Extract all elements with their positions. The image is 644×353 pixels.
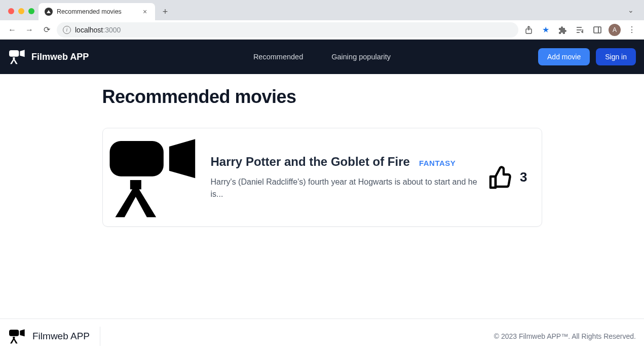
forward-button[interactable]: → (22, 23, 36, 37)
footer-copyright: © 2023 Filmweb APP™. All Rights Reserved… (494, 332, 636, 340)
svg-marker-14 (10, 337, 18, 343)
movie-card: Harry Potter and the Goblet of Fire FANT… (102, 128, 542, 227)
nav-recommended[interactable]: Recommended (253, 53, 303, 61)
svg-rect-12 (9, 330, 19, 336)
share-icon[interactable] (521, 23, 536, 37)
logo-camera-icon (8, 49, 26, 64)
back-button[interactable]: ← (5, 23, 19, 37)
svg-rect-6 (9, 50, 19, 57)
tabs-dropdown-button[interactable]: ⌄ (624, 4, 638, 16)
window-close-button[interactable] (8, 8, 14, 14)
site-info-icon[interactable]: i (63, 26, 71, 34)
svg-marker-11 (115, 184, 156, 217)
brand[interactable]: Filmweb APP (8, 49, 89, 64)
add-movie-button[interactable]: Add movie (538, 48, 590, 65)
browser-toolbar: ← → ⟳ i localhost:3000 ★ A ⋮ (0, 20, 644, 40)
movie-description: Harry's (Daniel Radcliffe's) fourth year… (211, 176, 482, 200)
profile-avatar[interactable]: A (608, 23, 622, 37)
movie-title[interactable]: Harry Potter and the Goblet of Fire (211, 155, 410, 169)
extensions-icon[interactable] (556, 23, 570, 37)
bookmark-star-icon[interactable]: ★ (539, 23, 553, 37)
camera-icon (105, 135, 204, 219)
sign-in-button[interactable]: Sign in (596, 48, 636, 65)
window-maximize-button[interactable] (28, 8, 34, 14)
tab-title: Recommended movies (57, 8, 137, 15)
nav-gaining-popularity[interactable]: Gaining popularity (331, 53, 391, 61)
tab-close-button[interactable]: × (141, 8, 149, 16)
footer-brand-title: Filmweb APP (32, 331, 90, 342)
reload-button[interactable]: ⟳ (40, 23, 54, 37)
svg-rect-9 (109, 141, 163, 176)
thumbs-up-icon[interactable] (488, 165, 513, 190)
brand-title: Filmweb APP (31, 52, 89, 62)
footer-logo-camera-icon (8, 329, 26, 344)
address-text: localhost:3000 (75, 26, 121, 34)
footer-brand[interactable]: Filmweb APP (8, 327, 100, 346)
page-title: Recommended movies (102, 86, 542, 108)
side-panel-icon[interactable] (590, 23, 604, 37)
app-header: Filmweb APP Recommended Gaining populari… (0, 40, 644, 74)
address-bar[interactable]: i localhost:3000 (57, 22, 518, 38)
like-count: 3 (520, 169, 527, 185)
movie-genre-badge: FANTASY (419, 159, 456, 167)
svg-marker-8 (10, 58, 18, 64)
browser-tab-bar: Recommended movies × + ⌄ (0, 0, 644, 20)
tab-favicon-icon (45, 8, 53, 16)
browser-menu-icon[interactable]: ⋮ (625, 23, 639, 37)
window-controls (6, 8, 39, 20)
app-footer: Filmweb APP © 2023 Filmweb APP™. All Rig… (0, 319, 644, 353)
new-tab-button[interactable]: + (158, 5, 172, 19)
movie-poster-placeholder (105, 135, 204, 219)
nav-links: Recommended Gaining popularity (253, 53, 391, 61)
reading-list-icon[interactable] (573, 23, 587, 37)
browser-tab[interactable]: Recommended movies × (39, 3, 155, 20)
window-minimize-button[interactable] (18, 8, 24, 14)
svg-rect-4 (594, 27, 601, 33)
